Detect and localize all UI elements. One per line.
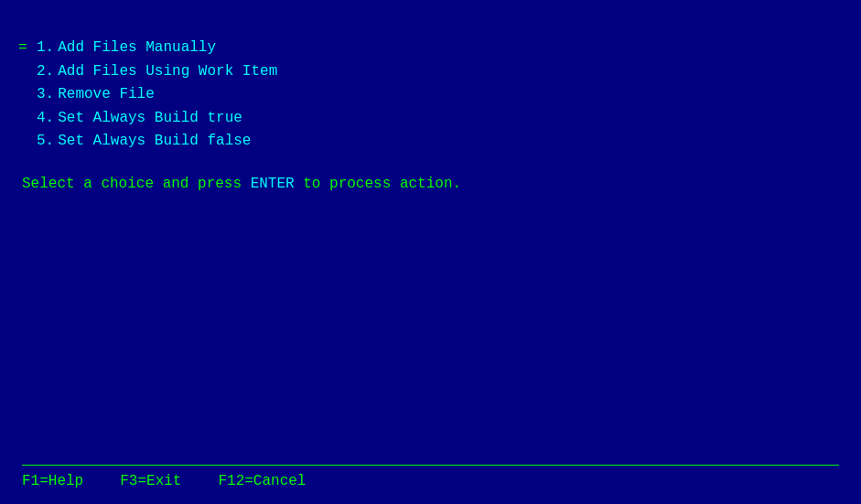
menu-item-number-4: 4. — [37, 107, 54, 131]
menu-item-5[interactable]: 5. Set Always Build false — [37, 130, 839, 154]
menu-item-3[interactable]: 3. Remove File — [37, 83, 839, 107]
menu-item-number-5: 5. — [37, 130, 54, 154]
menu-list: = 1. Add Files Manually 2. Add Files Usi… — [37, 37, 839, 154]
menu-item-label-2: Add Files Using Work Item — [58, 60, 277, 84]
footer-key-1[interactable]: F1=Help — [22, 473, 83, 489]
menu-item-number-3: 3. — [37, 83, 54, 107]
menu-item-label-5: Set Always Build false — [58, 130, 251, 154]
menu-item-number-1: 1. — [37, 37, 54, 60]
menu-item-label-1: Add Files Manually — [58, 37, 216, 60]
cursor-indicator: = — [18, 37, 27, 60]
menu-item-label-3: Remove File — [58, 83, 155, 107]
menu-item-4[interactable]: 4. Set Always Build true — [37, 107, 839, 131]
menu-item-label-4: Set Always Build true — [58, 107, 242, 131]
prompt-suffix: to process action. — [295, 176, 461, 192]
menu-item-2[interactable]: 2. Add Files Using Work Item — [37, 60, 839, 84]
footer-key-2[interactable]: F3=Exit — [120, 473, 181, 489]
main-screen: = 1. Add Files Manually 2. Add Files Usi… — [0, 0, 861, 504]
menu-item-number-2: 2. — [37, 60, 54, 84]
footer: F1=HelpF3=ExitF12=Cancel — [22, 465, 839, 489]
footer-key-3[interactable]: F12=Cancel — [218, 473, 306, 489]
menu-item-1[interactable]: = 1. Add Files Manually — [37, 37, 839, 60]
prompt-line: Select a choice and press ENTER to proce… — [22, 176, 839, 192]
prompt-prefix: Select a choice and press — [22, 176, 251, 192]
prompt-enter: ENTER — [251, 176, 295, 192]
